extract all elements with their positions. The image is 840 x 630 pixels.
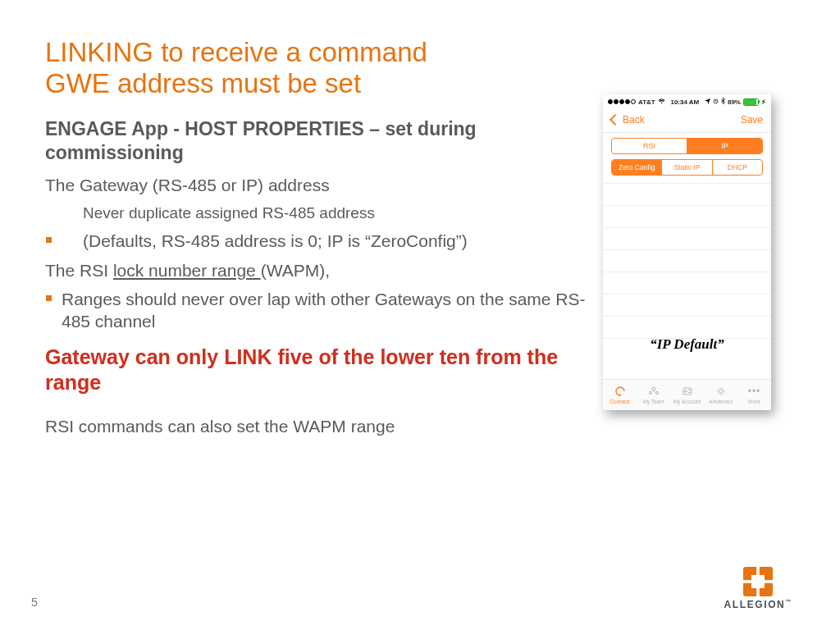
back-button[interactable]: Back <box>611 114 645 126</box>
account-icon <box>682 386 693 397</box>
empty-list <box>603 183 771 339</box>
seg-rsi-ip: RSI IP <box>611 138 763 154</box>
red-callout: Gateway can only LINK five of the lower … <box>45 345 587 396</box>
save-button[interactable]: Save <box>741 114 763 126</box>
tab-more[interactable]: ••• More <box>737 380 771 410</box>
svg-point-9 <box>652 387 655 390</box>
list-row <box>603 206 771 228</box>
svg-point-10 <box>649 391 651 394</box>
seg-option-zeroconfig[interactable]: Zero Config <box>612 160 662 175</box>
battery-icon <box>743 98 759 106</box>
phone-screenshot: AT&T 10:34 AM 89% ⚡︎ Back Save <box>603 94 771 410</box>
bullet-defaults: (Defaults, RS-485 address is 0; IP is “Z… <box>45 230 587 252</box>
tab-more-label: More <box>748 399 760 404</box>
seg-option-ip[interactable]: IP <box>687 139 762 153</box>
svg-point-11 <box>655 391 658 394</box>
list-row <box>603 184 771 206</box>
allegion-logo: ALLEGION™ <box>724 567 792 610</box>
bullet-ranges: Ranges should never over lap with other … <box>45 288 587 333</box>
more-icon: ••• <box>749 386 760 397</box>
chevron-left-icon <box>609 114 621 126</box>
battery-pct: 89% <box>728 98 741 106</box>
connect-icon <box>614 386 626 397</box>
allegion-logo-text: ALLEGION <box>724 599 786 610</box>
list-row <box>603 272 771 294</box>
svg-point-13 <box>684 390 687 393</box>
bullet-list-defaults: (Defaults, RS-485 address is 0; IP is “Z… <box>45 230 587 252</box>
seg-ip-mode: Zero Config Static IP DHCP <box>611 159 763 176</box>
tab-connect-label: Connect <box>609 399 629 404</box>
list-row <box>603 228 771 250</box>
title-line-1: LINKING to receive a command <box>45 37 427 67</box>
back-label: Back <box>623 114 645 126</box>
tab-advanced[interactable]: Advanced <box>704 380 737 410</box>
wifi-icon <box>658 98 665 106</box>
location-icon <box>705 98 710 106</box>
tab-bar: Connect My Team My Account Advanced ••• … <box>603 379 771 410</box>
tab-myaccount-label: My Account <box>673 399 701 404</box>
list-row <box>603 250 771 272</box>
charging-icon: ⚡︎ <box>761 98 766 106</box>
rsi-underlined: lock number range <box>113 261 261 280</box>
section-heading: ENGAGE App - HOST PROPERTIES – set durin… <box>45 117 587 165</box>
bluetooth-icon <box>721 98 725 106</box>
seg-option-dhcp[interactable]: DHCP <box>713 160 762 175</box>
svg-rect-6 <box>751 575 765 588</box>
slide-title: LINKING to receive a command GWE address… <box>45 37 587 99</box>
list-row <box>603 317 771 339</box>
list-row <box>603 294 771 317</box>
bullet-list-ranges: Ranges should never over lap with other … <box>45 288 587 333</box>
status-time: 10:34 AM <box>670 98 699 106</box>
gear-icon <box>715 386 727 397</box>
trademark-symbol: ™ <box>785 599 792 605</box>
line-gateway-address: The Gateway (RS-485 or IP) address <box>45 174 587 196</box>
ip-default-overlay: “IP Default” <box>603 336 771 353</box>
rsi-post: (WAPM), <box>261 261 330 280</box>
seg-option-staticip[interactable]: Static IP <box>662 160 712 175</box>
svg-point-14 <box>719 390 722 393</box>
nav-bar: Back Save <box>603 107 771 133</box>
line-never-duplicate: Never duplicate assigned RS-485 address <box>83 203 587 224</box>
alarm-icon <box>713 98 719 106</box>
tab-connect[interactable]: Connect <box>603 380 637 410</box>
tab-myteam[interactable]: My Team <box>637 380 670 410</box>
allegion-logo-icon <box>743 567 773 596</box>
seg-option-rsi[interactable]: RSI <box>612 139 687 153</box>
page-number: 5 <box>31 596 38 609</box>
tab-myaccount[interactable]: My Account <box>670 380 704 410</box>
tab-advanced-label: Advanced <box>709 399 733 404</box>
signal-dots-icon <box>608 99 636 104</box>
title-line-2: GWE address must be set <box>45 68 361 98</box>
line-rsi-commands: RSI commands can also set the WAPM range <box>45 415 587 437</box>
line-rsi-range: The RSI lock number range (WAPM), <box>45 259 587 281</box>
rsi-pre: The RSI <box>45 261 113 280</box>
slide-body: LINKING to receive a command GWE address… <box>45 37 587 444</box>
tab-myteam-label: My Team <box>642 399 664 404</box>
svg-point-8 <box>619 395 620 396</box>
carrier-label: AT&T <box>638 98 655 106</box>
status-bar: AT&T 10:34 AM 89% ⚡︎ <box>603 94 771 107</box>
team-icon <box>648 386 660 397</box>
